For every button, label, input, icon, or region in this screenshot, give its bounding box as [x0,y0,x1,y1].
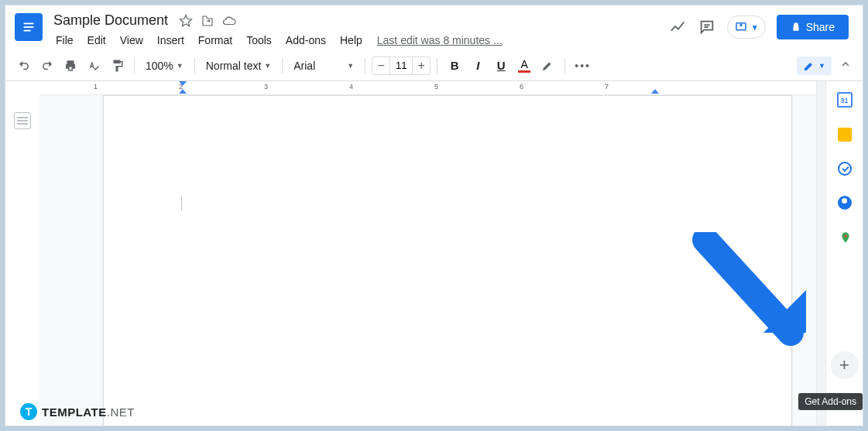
ruler-mark: 6 [520,83,523,91]
separator [365,58,365,74]
separator [282,58,283,74]
paragraph-style-dropdown[interactable]: Normal text ▼ [201,56,276,76]
zoom-value: 100% [146,60,173,72]
document-title[interactable]: Sample Document [50,12,171,29]
menu-insert[interactable]: Insert [152,32,190,49]
svg-rect-1 [24,26,34,28]
hanging-indent-icon[interactable] [179,89,187,94]
keep-icon[interactable] [838,128,852,142]
paint-format-button[interactable] [106,56,128,76]
workspace: 1 2 3 4 5 6 7 [5,81,863,426]
menu-tools[interactable]: Tools [241,32,277,49]
chevron-down-icon: ▼ [347,62,354,70]
scrollbar[interactable] [816,81,825,426]
app-window: Sample Document File Edit View Insert Fo… [5,5,863,426]
chevron-down-icon: ▼ [264,62,271,70]
maps-icon[interactable] [839,230,850,244]
svg-rect-2 [24,30,31,32]
style-value: Normal text [206,60,262,72]
text-color-bar [518,70,530,73]
header-right: ▼ Share [668,12,853,39]
font-size-increase-button[interactable]: + [413,57,430,74]
brand-logo-icon: T [20,403,37,420]
sidepanel: + Get Add-ons [825,81,863,426]
toolbar: 100% ▼ Normal text ▼ Arial ▼ − + B I U A [5,50,863,81]
redo-button[interactable] [36,56,58,76]
menu-format[interactable]: Format [193,32,238,49]
pencil-icon [803,60,815,72]
share-button[interactable]: Share [777,15,849,39]
print-button[interactable] [60,56,81,76]
highlight-button[interactable] [537,56,558,76]
menu-view[interactable]: View [115,32,149,49]
last-edit-link[interactable]: Last edit was 8 minutes ... [377,34,503,46]
svg-point-6 [844,234,846,237]
collapse-toolbar-button[interactable] [836,55,855,77]
tooltip: Get Add-ons [798,393,863,410]
docs-logo-icon[interactable] [15,13,43,41]
lock-icon [791,22,801,32]
left-gutter [5,81,39,426]
brand-name: TEMPLATE.NET [42,405,135,419]
bold-button[interactable]: B [444,56,465,76]
toolbar-right: ▼ [797,55,855,77]
undo-button[interactable] [13,56,35,76]
ruler-mark: 5 [434,83,438,91]
menu-file[interactable]: File [50,32,79,49]
text-color-button[interactable]: A [513,56,535,76]
calendar-icon[interactable] [837,92,853,108]
title-area: Sample Document File Edit View Insert Fo… [50,12,668,49]
menu-help[interactable]: Help [335,32,368,49]
document-area: 1 2 3 4 5 6 7 [39,81,816,426]
comments-icon[interactable] [698,18,716,36]
present-button[interactable]: ▼ [727,15,766,39]
activity-icon[interactable] [668,18,687,36]
titlebar: Sample Document File Edit View Insert Fo… [5,5,863,50]
ruler-mark: 7 [605,83,609,91]
cloud-status-icon[interactable] [222,14,236,28]
font-dropdown[interactable]: Arial ▼ [289,56,359,76]
page[interactable] [103,95,792,426]
editing-mode-button[interactable]: ▼ [797,56,832,75]
font-size-input[interactable] [389,57,413,74]
brand-watermark: T TEMPLATE.NET [20,403,135,420]
spellcheck-button[interactable] [83,56,105,76]
font-size-decrease-button[interactable]: − [372,57,389,74]
title-row: Sample Document [50,12,668,29]
tasks-icon[interactable] [838,162,852,176]
chevron-down-icon: ▼ [177,62,184,70]
menu-edit[interactable]: Edit [82,32,112,49]
italic-button[interactable]: I [467,56,489,76]
contacts-icon[interactable] [838,196,852,210]
star-icon[interactable] [179,14,193,28]
move-icon[interactable] [201,14,214,28]
font-size-group: − + [372,56,431,75]
separator [564,58,565,74]
right-indent-icon[interactable] [651,89,659,94]
zoom-dropdown[interactable]: 100% ▼ [141,56,188,76]
get-addons-button[interactable]: + [831,351,859,379]
ruler-mark: 4 [349,83,353,91]
share-label: Share [806,21,835,33]
underline-button[interactable]: U [490,56,512,76]
menubar: File Edit View Insert Format Tools Add-o… [50,32,668,49]
font-value: Arial [293,60,315,72]
ruler[interactable]: 1 2 3 4 5 6 7 [39,81,816,95]
ruler-mark: 1 [94,83,98,91]
ruler-mark: 3 [264,83,268,91]
svg-rect-0 [24,23,34,25]
indent-marker-icon[interactable] [179,81,187,86]
more-button[interactable]: ••• [571,56,594,76]
chevron-down-icon: ▼ [818,62,825,70]
separator [437,58,437,74]
chevron-down-icon: ▼ [751,23,759,32]
separator [194,58,195,74]
text-cursor [181,197,182,210]
menu-addons[interactable]: Add-ons [280,32,331,49]
separator [134,58,135,74]
outline-toggle-button[interactable] [14,112,31,129]
